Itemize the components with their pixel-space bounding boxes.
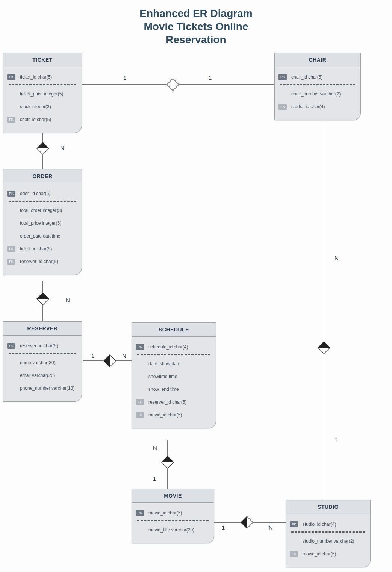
- blank-badge: [7, 220, 15, 226]
- entity-studio-header: STUDIO: [286, 500, 370, 514]
- attr-row: FKstudio_id char(4): [278, 100, 357, 113]
- attr-row: total_price integer(6): [7, 217, 78, 230]
- entity-schedule-body: PKschedule_id char(4)date_show dateshowt…: [132, 337, 216, 428]
- blank-badge: [136, 361, 144, 367]
- card-movie-studio-r: N: [269, 524, 273, 531]
- card-sched-movie-b: 1: [153, 475, 156, 482]
- svg-marker-19: [37, 293, 49, 299]
- pk-badge: PK: [7, 74, 15, 80]
- attr-row: email varchar(20): [7, 369, 78, 382]
- diagram-title: Enhanced ER Diagram Movie Tickets Online…: [0, 7, 392, 46]
- attr-row: FKreserver_id char(5): [136, 396, 212, 409]
- diamond-chair-studio: [318, 341, 330, 354]
- fk-badge: FK: [136, 412, 144, 418]
- title-line2: Movie Tickets Online: [144, 21, 248, 32]
- attr-row: date_show date: [136, 357, 212, 370]
- svg-marker-27: [318, 342, 330, 348]
- attr-row: ticket_price integer(5): [7, 88, 78, 100]
- attr-row: showtime time: [136, 370, 212, 383]
- entity-order-header: ORDER: [3, 169, 82, 183]
- attr-row: movie_title varchar(20): [136, 524, 210, 536]
- diamond-ticket-order: [36, 142, 49, 155]
- fk-badge: FK: [278, 104, 287, 110]
- attr-row: FKreserver_id char(5): [7, 255, 78, 268]
- diamond-schedule-movie: [161, 456, 174, 469]
- attr-text: reserver_id char(5): [20, 343, 58, 348]
- attr-text: date_show date: [148, 361, 180, 366]
- entity-order: ORDER PKoder_id char(5)total_order integ…: [3, 169, 82, 275]
- blank-badge: [136, 386, 144, 392]
- blank-badge: [7, 104, 15, 110]
- entity-studio-body: PKstudio_id char(4)studio_number varchar…: [286, 514, 370, 567]
- pk-separator: [9, 84, 76, 85]
- pk-badge: PK: [290, 521, 298, 527]
- attr-row: FKticket_id char(5): [7, 242, 78, 255]
- attr-text: movie_id char(5): [303, 551, 336, 557]
- attr-text: name varchar(30): [20, 360, 56, 365]
- attr-text: movie_title varchar(20): [148, 527, 194, 533]
- attr-text: movie_id char(5): [148, 412, 182, 418]
- attr-text: schedule_id char(4): [148, 344, 188, 350]
- attr-row: phone_number varchar(13): [7, 382, 78, 395]
- attr-text: order_date datetime: [20, 233, 60, 239]
- entity-reserver: RESERVER PKreserver_id char(5)name varch…: [3, 321, 82, 402]
- card-reserv-sched-l: 1: [91, 353, 94, 359]
- entity-schedule-header: SCHEDULE: [132, 323, 216, 337]
- attr-row: show_end time: [136, 383, 212, 396]
- card-reserv-sched-r: N: [122, 353, 126, 359]
- attr-row: PKstudio_id char(4): [290, 518, 366, 531]
- pk-separator: [9, 353, 76, 354]
- entity-chair-header: CHAIR: [275, 53, 360, 67]
- card-ticket-chair-l: 1: [123, 74, 126, 81]
- pk-separator: [9, 201, 76, 202]
- attr-text: studio_id char(4): [303, 522, 336, 527]
- attr-text: chair_id char(5): [20, 117, 51, 122]
- entity-movie: MOVIE PKmovie_id char(5)movie_title varc…: [132, 489, 214, 543]
- attr-text: reserver_id char(5): [20, 259, 58, 264]
- entity-order-body: PKoder_id char(5)total_order integer(3)t…: [3, 183, 82, 275]
- attr-text: movie_id char(5): [148, 510, 182, 516]
- blank-badge: [136, 374, 144, 380]
- pk-badge: PK: [136, 344, 144, 350]
- card-ticket-order: N: [60, 145, 64, 151]
- attr-text: stock integer(3): [20, 104, 51, 109]
- blank-badge: [7, 207, 15, 213]
- pk-separator: [137, 354, 210, 355]
- diamond-reserver-schedule: [103, 354, 116, 367]
- blank-badge: [7, 91, 15, 97]
- entity-studio: STUDIO PKstudio_id char(4)studio_number …: [286, 500, 371, 567]
- attr-text: showtime time: [148, 374, 177, 379]
- attr-text: studio_id char(4): [291, 104, 325, 109]
- attr-text: ticket_id char(5): [20, 74, 52, 80]
- card-chair-studio-b: 1: [334, 437, 338, 443]
- attr-text: ticket_id char(5): [20, 246, 52, 251]
- attr-row: PKreserver_id char(5): [7, 339, 78, 352]
- attr-row: FKmovie_id char(5): [290, 548, 366, 560]
- attr-text: chair_id char(5): [291, 74, 322, 80]
- blank-badge: [7, 385, 15, 391]
- card-movie-studio-l: 1: [222, 524, 225, 531]
- fk-badge: FK: [136, 399, 144, 405]
- attr-text: email varchar(20): [20, 373, 55, 378]
- entity-reserver-body: PKreserver_id char(5)name varchar(30)ema…: [3, 336, 82, 401]
- entity-chair-body: PKchair_id char(5)chair_number varchar(2…: [275, 67, 360, 120]
- blank-badge: [7, 360, 15, 366]
- attr-row: stock integer(3): [7, 100, 78, 113]
- attr-text: show_end time: [148, 387, 179, 392]
- fk-badge: FK: [7, 259, 15, 265]
- card-chair-studio-t: N: [334, 255, 339, 261]
- attr-row: FKmovie_id char(5): [136, 409, 212, 421]
- pk-badge: PK: [136, 510, 144, 516]
- attr-text: chair_number varchar(2): [291, 91, 341, 97]
- attr-text: total_order integer(3): [20, 208, 62, 213]
- entity-chair: CHAIR PKchair_id char(5)chair_number var…: [274, 53, 361, 120]
- pk-separator: [280, 84, 355, 85]
- attr-row: PKticket_id char(5): [7, 71, 78, 83]
- card-ticket-chair-r: 1: [209, 74, 212, 81]
- attr-row: PKmovie_id char(5): [136, 507, 210, 519]
- entity-movie-body: PKmovie_id char(5)movie_title varchar(20…: [132, 503, 214, 543]
- attr-row: name varchar(30): [7, 356, 78, 369]
- diamond-ticket-chair: [166, 78, 179, 91]
- entity-ticket: TICKET PKticket_id char(5)ticket_price i…: [3, 53, 82, 133]
- svg-marker-23: [162, 456, 174, 462]
